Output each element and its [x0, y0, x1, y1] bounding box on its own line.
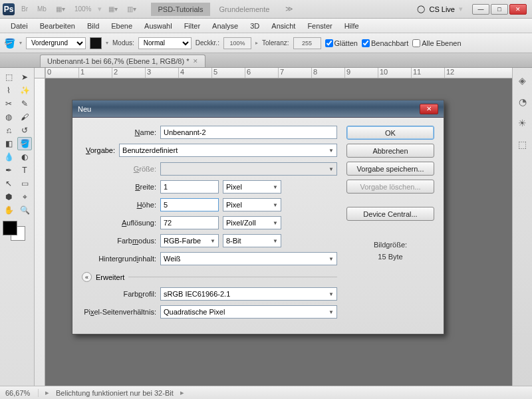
name-field[interactable]	[160, 126, 337, 139]
dialog-close-button[interactable]: ✕	[420, 104, 438, 114]
cslive-icon: ◯	[417, 5, 425, 13]
bucket-tool[interactable]: 🪣	[17, 137, 32, 150]
aspect-combo[interactable]: Quadratische Pixel▼	[160, 305, 337, 319]
color-swatches[interactable]	[1, 219, 31, 243]
styles-panel-icon[interactable]: ⬚	[517, 138, 529, 150]
resolution-unit-combo[interactable]: Pixel/Zoll▼	[223, 216, 281, 229]
3d-tool[interactable]: ⬢	[1, 190, 16, 203]
cancel-button[interactable]: Abbrechen	[346, 144, 434, 158]
menu-filter[interactable]: Filter	[179, 20, 205, 32]
brush-tool[interactable]: 🖌	[17, 110, 32, 124]
height-label: Höhe:	[82, 201, 156, 209]
menu-3d[interactable]: 3D	[245, 20, 265, 32]
width-field[interactable]	[160, 180, 219, 194]
tolerance-field[interactable]: 255	[293, 37, 321, 49]
delete-preset-button: Vorgabe löschen...	[346, 180, 434, 194]
resolution-field[interactable]	[160, 216, 219, 229]
save-preset-button[interactable]: Vorgabe speichern...	[346, 162, 434, 176]
adjust-panel-icon[interactable]: ☀	[517, 117, 529, 129]
document-tab[interactable]: Unbenannt-1 bei 66,7% (Ebene 1, RGB/8) *…	[40, 55, 205, 67]
foreground-color[interactable]	[3, 221, 17, 235]
status-message: Belichtung funktioniert nur bei 32-Bit	[56, 389, 174, 397]
path-tool[interactable]: ↖	[1, 177, 16, 190]
contiguous-checkbox[interactable]: Benachbart	[362, 39, 408, 47]
arrange-button[interactable]: ▥▾	[124, 4, 139, 14]
pen-tool[interactable]: ✒	[1, 164, 16, 177]
window-maximize[interactable]: □	[491, 4, 508, 15]
bitdepth-combo[interactable]: 8-Bit▼	[223, 234, 281, 247]
toolbox: ⬚➤ ⌇✨ ✂✎ ◍🖌 ⎌↺ ◧🪣 💧◐ ✒T ↖▭ ⬢⌖ ✋🔍	[0, 68, 35, 386]
menu-datei[interactable]: Datei	[5, 20, 33, 32]
advanced-toggle[interactable]: «	[82, 272, 92, 282]
background-label: Hintergrundinhalt:	[82, 255, 156, 263]
colormode-combo[interactable]: RGB-Farbe▼	[160, 234, 219, 247]
menu-ansicht[interactable]: Ansicht	[266, 20, 301, 32]
ruler-horizontal: 0123456789101112	[45, 68, 512, 78]
ok-button[interactable]: OK	[346, 126, 434, 140]
width-unit-combo[interactable]: Pixel▼	[223, 180, 281, 194]
workspace-tab-psd[interactable]: PSD-Tutorials	[151, 3, 209, 16]
ruler-vertical	[35, 78, 45, 386]
advanced-label: Erweitert	[96, 273, 124, 281]
antialias-checkbox[interactable]: Glätten	[325, 39, 358, 47]
wand-tool[interactable]: ✨	[17, 84, 32, 97]
cslive-label[interactable]: CS Live	[429, 5, 455, 13]
opacity-field[interactable]: 100%	[223, 37, 251, 49]
aspect-label: Pixel-Seitenverhältnis:	[82, 308, 156, 316]
dialog-title: Neu	[78, 105, 91, 113]
pattern-swatch[interactable]	[90, 37, 102, 49]
close-tab-icon[interactable]: ✕	[193, 58, 198, 65]
height-field[interactable]	[160, 198, 219, 211]
blend-mode-select[interactable]: Normal	[138, 37, 192, 49]
view-extras-button[interactable]: ▦▾	[106, 4, 120, 14]
resolution-label: Auflösung:	[82, 219, 156, 227]
selection-tool[interactable]: ➤	[17, 70, 32, 84]
colormode-label: Farbmodus:	[82, 237, 156, 245]
window-close[interactable]: ✕	[509, 4, 527, 15]
eraser-tool[interactable]: ◧	[1, 137, 16, 150]
camera-tool[interactable]: ⌖	[17, 190, 32, 203]
all-layers-checkbox[interactable]: Alle Ebenen	[412, 39, 461, 47]
screen-mode-button[interactable]: ▦▾	[53, 4, 68, 14]
stamp-tool[interactable]: ⎌	[1, 124, 16, 137]
dodge-tool[interactable]: ◐	[17, 150, 32, 164]
lasso-tool[interactable]: ⌇	[1, 84, 16, 97]
height-unit-combo[interactable]: Pixel▼	[223, 198, 281, 211]
menu-bearbeiten[interactable]: Bearbeiten	[35, 20, 80, 32]
background-combo[interactable]: Weiß▼	[160, 252, 337, 265]
menu-bild[interactable]: Bild	[82, 20, 104, 32]
type-tool[interactable]: T	[17, 164, 32, 177]
color-panel-icon[interactable]: ◔	[517, 96, 529, 108]
profile-combo[interactable]: sRGB IEC61966-2.1▼	[160, 287, 337, 301]
menu-ebene[interactable]: Ebene	[106, 20, 138, 32]
eyedropper-tool[interactable]: ✎	[17, 97, 32, 110]
tolerance-label: Toleranz:	[262, 39, 289, 47]
zoom-level[interactable]: 100%	[72, 4, 94, 14]
filesize-value: 15 Byte	[346, 253, 434, 261]
bridge-button[interactable]: Br	[19, 4, 31, 14]
preset-combo[interactable]: Benutzerdefiniert▼	[119, 144, 337, 157]
fill-target-select[interactable]: Vordergrund	[26, 37, 86, 49]
layers-panel-icon[interactable]: ◈	[517, 74, 529, 86]
status-zoom[interactable]: 66,67%	[5, 389, 39, 397]
history-brush-tool[interactable]: ↺	[17, 124, 32, 137]
menu-hilfe[interactable]: Hilfe	[339, 20, 364, 32]
device-central-button[interactable]: Device Central...	[346, 207, 434, 221]
workspace-more[interactable]: ≫	[279, 2, 300, 16]
bucket-icon: 🪣	[4, 38, 15, 49]
shape-tool[interactable]: ▭	[17, 177, 32, 190]
minibridge-button[interactable]: Mb	[35, 4, 49, 14]
hand-tool[interactable]: ✋	[1, 203, 16, 217]
dialog-titlebar[interactable]: Neu ✕	[72, 100, 444, 118]
workspace-tab-grund[interactable]: Grundelemente	[213, 3, 277, 16]
menu-fenster[interactable]: Fenster	[302, 20, 337, 32]
zoom-tool[interactable]: 🔍	[17, 203, 32, 217]
heal-tool[interactable]: ◍	[1, 110, 16, 124]
menu-analyse[interactable]: Analyse	[207, 20, 243, 32]
window-minimize[interactable]: —	[472, 4, 489, 15]
menu-auswahl[interactable]: Auswahl	[139, 20, 178, 32]
blur-tool[interactable]: 💧	[1, 150, 16, 164]
crop-tool[interactable]: ✂	[1, 97, 16, 110]
opacity-label: Deckkr.:	[196, 39, 219, 47]
move-tool[interactable]: ⬚	[1, 70, 16, 84]
